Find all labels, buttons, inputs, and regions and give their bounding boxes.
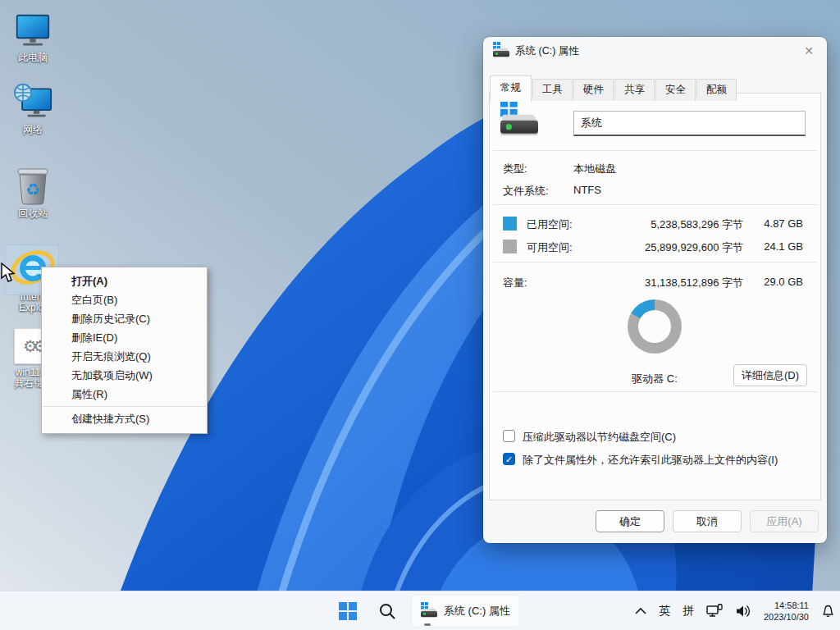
context-menu: 打开(A) 空白页(B) 删除历史记录(C) 删除IE(D) 开启无痕浏览(Q)… xyxy=(41,267,208,434)
tab-quota[interactable]: 配额 xyxy=(696,79,737,101)
dialog-buttons: 确定 取消 应用(A) xyxy=(596,510,819,532)
used-space-bytes: 5,238,583,296 字节 xyxy=(651,217,743,232)
drive-name-input[interactable] xyxy=(573,111,806,136)
dialog-title: 系统 (C:) 属性 xyxy=(515,44,579,58)
taskbar-clock[interactable]: 14:58:11 2023/10/30 xyxy=(764,600,809,623)
general-tab-page: 类型: 本地磁盘 文件系统: NTFS 已用空间: 5,238,583,296 … xyxy=(489,93,821,500)
free-space-swatch xyxy=(503,240,517,253)
filesystem-label: 文件系统: xyxy=(503,184,549,199)
drive-caption: 驱动器 C: xyxy=(605,372,704,386)
separator xyxy=(493,262,817,262)
menu-item-delete-history[interactable]: 删除历史记录(C) xyxy=(42,309,207,328)
taskbar-app-drive-properties[interactable]: 系统 (C:) 属性 xyxy=(411,595,520,628)
menu-item-create-shortcut[interactable]: 创建快捷方式(S) xyxy=(42,409,207,428)
menu-item-properties[interactable]: 属性(R) xyxy=(42,385,207,404)
icon-label: 网络 xyxy=(3,125,62,135)
drive-properties-dialog: 系统 (C:) 属性 ✕ 常规 工具 硬件 共享 安全 配额 类型: 本地磁盘 … xyxy=(483,37,827,543)
compress-checkbox[interactable] xyxy=(503,430,515,442)
drive-icon-large xyxy=(500,103,517,118)
taskbar: 系统 (C:) 属性 英 拼 14:58:11 xyxy=(0,591,840,630)
network-icon xyxy=(3,82,62,121)
desktop-icon-network[interactable]: 网络 xyxy=(3,82,62,135)
tab-tools[interactable]: 工具 xyxy=(532,79,573,101)
recycle-bin-icon: ♻ xyxy=(3,166,62,205)
running-indicator xyxy=(424,623,431,626)
notification-bell-icon[interactable] xyxy=(821,604,835,619)
tab-hardware[interactable]: 硬件 xyxy=(573,79,614,101)
apply-button[interactable]: 应用(A) xyxy=(750,510,819,532)
tab-strip: 常规 工具 硬件 共享 安全 配额 xyxy=(490,75,737,101)
dialog-titlebar[interactable]: 系统 (C:) 属性 ✕ xyxy=(483,37,827,65)
used-space-label: 已用空间: xyxy=(527,217,573,232)
free-space-size: 24.1 GB xyxy=(764,240,803,253)
menu-item-blank-page[interactable]: 空白页(B) xyxy=(42,290,207,309)
mouse-cursor xyxy=(0,262,18,284)
search-button[interactable] xyxy=(372,595,403,628)
svg-text:♻: ♻ xyxy=(25,180,40,199)
this-pc-icon xyxy=(3,10,62,49)
compress-checkbox-label[interactable]: 压缩此驱动器以节约磁盘空间(C) xyxy=(523,430,676,445)
separator xyxy=(493,150,817,151)
capacity-label: 容量: xyxy=(503,276,527,290)
menu-item-inprivate[interactable]: 开启无痕浏览(Q) xyxy=(42,347,207,366)
icon-label: 此电脑 xyxy=(3,52,62,63)
free-space-bytes: 25,899,929,600 字节 xyxy=(645,240,743,255)
tab-sharing[interactable]: 共享 xyxy=(614,79,655,101)
used-space-size: 4.87 GB xyxy=(764,217,803,230)
menu-item-no-addons[interactable]: 无加载项启动(W) xyxy=(42,366,207,385)
tray-time: 14:58:11 xyxy=(764,600,809,611)
drive-icon xyxy=(421,604,437,619)
language-indicator-english[interactable]: 英 xyxy=(659,604,670,619)
taskbar-app-label: 系统 (C:) 属性 xyxy=(444,604,510,619)
index-checkbox[interactable]: ✓ xyxy=(503,453,515,465)
menu-item-delete-ie[interactable]: 删除IE(D) xyxy=(42,328,207,347)
used-space-swatch xyxy=(503,217,517,231)
desktop-icon-this-pc[interactable]: 此电脑 xyxy=(3,10,62,63)
capacity-bytes: 31,138,512,896 字节 xyxy=(645,276,743,290)
tab-general[interactable]: 常规 xyxy=(490,75,532,102)
capacity-size: 29.0 GB xyxy=(764,276,803,288)
free-space-label: 可用空间: xyxy=(527,240,573,255)
close-icon[interactable]: ✕ xyxy=(801,43,816,58)
speaker-icon[interactable] xyxy=(735,604,751,619)
filesystem-value: NTFS xyxy=(573,184,601,196)
capacity-donut-chart xyxy=(628,299,682,354)
windows-logo-icon xyxy=(339,602,357,620)
menu-separator xyxy=(43,406,206,407)
search-icon xyxy=(378,602,396,620)
tray-chevron-up-icon[interactable] xyxy=(635,607,646,615)
ok-button[interactable]: 确定 xyxy=(596,510,664,532)
drive-icon xyxy=(493,43,509,58)
icon-label: 回收站 xyxy=(3,208,62,219)
tray-date: 2023/10/30 xyxy=(764,611,809,623)
separator xyxy=(493,204,817,205)
start-button[interactable] xyxy=(332,595,363,628)
ime-indicator-pinyin[interactable]: 拼 xyxy=(682,604,694,619)
tab-security[interactable]: 安全 xyxy=(655,79,696,101)
details-button[interactable]: 详细信息(D) xyxy=(733,364,807,386)
type-label: 类型: xyxy=(503,162,527,176)
separator xyxy=(493,391,817,392)
desktop-icon-recycle-bin[interactable]: ♻ 回收站 xyxy=(3,166,62,219)
index-checkbox-label[interactable]: 除了文件属性外，还允许索引此驱动器上文件的内容(I) xyxy=(523,453,778,468)
cancel-button[interactable]: 取消 xyxy=(673,510,742,532)
menu-item-open[interactable]: 打开(A) xyxy=(42,272,207,290)
type-value: 本地磁盘 xyxy=(573,162,616,176)
network-icon[interactable] xyxy=(706,604,723,619)
desktop: 此电脑 网络 ♻ 回收站 xyxy=(0,0,840,630)
